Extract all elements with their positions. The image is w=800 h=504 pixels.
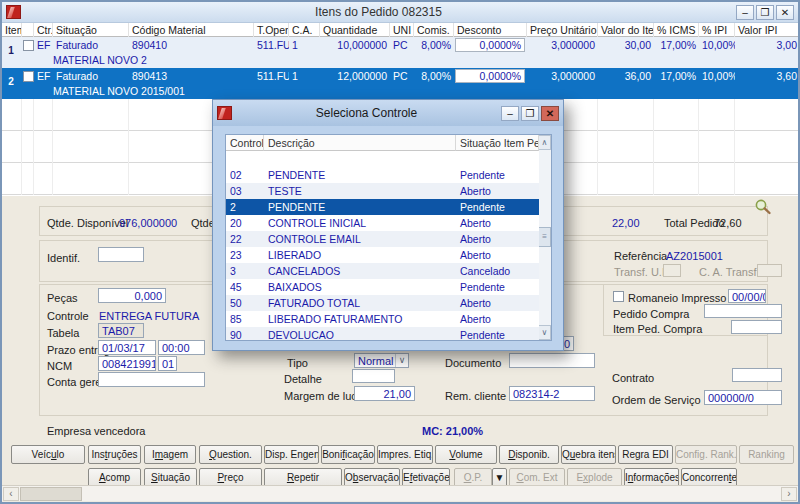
table-header-cell[interactable]: Valor IPI: [735, 23, 798, 37]
dialog-row-23[interactable]: 23LIBERADOAberto: [226, 247, 539, 263]
ordem-servico-field[interactable]: 000000/0: [704, 390, 782, 405]
magnifier-icon[interactable]: [754, 199, 772, 215]
table-row-2[interactable]: 2EFFaturado890413511.FU112,000000PC8,00%…: [2, 68, 798, 99]
scroll-left-icon[interactable]: ‹: [3, 487, 19, 501]
detalhe-field[interactable]: [352, 369, 395, 383]
dialog-row-22[interactable]: 22CONTROLE EMAILAberto: [226, 231, 539, 247]
tabela-field[interactable]: TAB07: [98, 323, 144, 338]
dialog-close-icon[interactable]: ✕: [541, 106, 559, 121]
quebra-itens-button[interactable]: Quebra itens: [561, 445, 616, 464]
dialog-header-cell[interactable]: Controle: [226, 135, 264, 151]
referencia-value: AZ2015001: [666, 250, 723, 262]
dialog-row-empty[interactable]: [226, 151, 539, 167]
table-header-cell[interactable]: Ctr.: [34, 23, 53, 37]
dialog-cell: 85: [226, 313, 264, 326]
chevron-down-icon[interactable]: ∨: [395, 354, 408, 367]
scroll-right-icon[interactable]: ›: [781, 487, 797, 501]
dialog-row-90[interactable]: 90DEVOLUCAOPendente: [226, 327, 539, 341]
disp-engenh-button[interactable]: Disp. Engenh.: [264, 445, 319, 464]
imagem-button[interactable]: Imagem: [144, 445, 196, 464]
table-header-cell[interactable]: % IPI: [699, 23, 735, 37]
empty-cell: [22, 163, 34, 195]
documento-field[interactable]: [509, 353, 595, 368]
row-checkbox[interactable]: [23, 40, 34, 51]
detalhe-label: Detalhe: [284, 373, 322, 385]
dialog-vertical-scrollbar[interactable]: ∧ ≡ ∨: [537, 135, 551, 340]
empty-cell: [699, 131, 735, 163]
veiculo-button[interactable]: Veículo: [11, 445, 85, 464]
dialog-minimize-icon[interactable]: –: [501, 106, 519, 121]
scroll-down-icon[interactable]: ∨: [538, 325, 551, 340]
regra-edi-button[interactable]: Regra EDI: [618, 445, 673, 464]
item-ped-compra-field[interactable]: [731, 320, 782, 334]
tipo-select[interactable]: Normal ∨: [354, 353, 409, 368]
table-header-cell[interactable]: % ICMS: [654, 23, 699, 37]
volume-button[interactable]: Volume: [435, 445, 497, 464]
dialog-row-50[interactable]: 50FATURADO TOTALAberto: [226, 295, 539, 311]
dialog-cell: CONTROLE EMAIL: [264, 233, 456, 246]
table-header-cell[interactable]: Código Material: [129, 23, 254, 37]
item-number: 2: [2, 76, 20, 87]
scroll-up-icon[interactable]: ∧: [538, 135, 551, 150]
cell: 890413: [129, 69, 254, 83]
pedido-compra-field[interactable]: [704, 304, 782, 318]
dialog-row-45[interactable]: 45BAIXADOSPendente: [226, 279, 539, 295]
table-header-cell[interactable]: Desconto: [454, 23, 527, 37]
margem-lucro-field[interactable]: 21,00: [354, 386, 415, 401]
dialog-row-03[interactable]: 03TESTEAberto: [226, 183, 539, 199]
tabela-label: Tabela: [47, 327, 79, 339]
minimize-icon[interactable]: –: [736, 5, 754, 20]
table-row-1[interactable]: 1EFFaturado890410511.FU110,000000PC8,00%…: [2, 37, 798, 68]
table-header-cell[interactable]: C.A.: [289, 23, 320, 37]
table-header-cell[interactable]: Quantidade: [320, 23, 390, 37]
table-header-cell[interactable]: Valor do Item: [598, 23, 654, 37]
dialog-cell: Aberto: [456, 233, 539, 246]
horizontal-scrollbar[interactable]: ‹ ›: [2, 485, 798, 501]
maximize-icon[interactable]: ❐: [756, 5, 774, 20]
close-icon[interactable]: ✕: [776, 5, 794, 20]
table-header-cell[interactable]: Comis.: [414, 23, 454, 37]
romaneio-checkbox[interactable]: [613, 291, 624, 302]
dialog-header-cell[interactable]: Descrição: [264, 135, 456, 151]
dialog-maximize-icon[interactable]: ❐: [521, 106, 539, 121]
dialog-row-85[interactable]: 85LIBERADO FATURAMENTOAberto: [226, 311, 539, 327]
ncm-suffix-field[interactable]: 01: [158, 356, 177, 371]
contrato-field[interactable]: [732, 368, 782, 382]
identif-field[interactable]: [98, 247, 144, 262]
dialog-scrollbar-thumb[interactable]: ≡: [538, 227, 551, 247]
material-description: MATERIAL NOVO 2: [53, 54, 147, 67]
controle-value: ENTREGA FUTURA: [99, 310, 199, 322]
dialog-row-02[interactable]: 02PENDENTEPendente: [226, 167, 539, 183]
dialog-cell: TESTE: [264, 185, 456, 198]
dialog-row-2[interactable]: 2PENDENTEPendente: [226, 199, 539, 215]
romaneio-date-field[interactable]: 00/00/00: [728, 289, 766, 303]
pecas-field[interactable]: 0,000: [98, 288, 166, 303]
dialog-row-20[interactable]: 20CONTROLE INICIALAberto: [226, 215, 539, 231]
row-checkbox[interactable]: [23, 71, 34, 82]
window-title: Itens do Pedido 082315: [21, 5, 736, 19]
instrucoes-button[interactable]: Instruções: [88, 445, 141, 464]
table-header-cell[interactable]: T.Oper.: [254, 23, 289, 37]
cell: 511.FU: [254, 38, 289, 52]
disponib-button[interactable]: Disponib.: [499, 445, 559, 464]
prazo-time-field[interactable]: 00:00: [158, 340, 205, 355]
dialog-header-cell[interactable]: Situação Item Pe...: [456, 135, 539, 151]
dialog-cell: Pendente: [456, 281, 539, 294]
bonificacao-button[interactable]: Bonificação: [321, 445, 375, 464]
table-header-cell[interactable]: Item: [2, 23, 22, 37]
impres-etiq-button[interactable]: Impres. Etiq.: [377, 445, 433, 464]
table-header-cell[interactable]: Preço Unitário: [527, 23, 598, 37]
ncm-field[interactable]: 0084219910: [98, 356, 156, 371]
total-pedido-value: 72,60: [714, 217, 742, 229]
conta-gerencial-field[interactable]: [98, 372, 205, 387]
scrollbar-thumb[interactable]: [20, 487, 82, 501]
rem-cliente-field[interactable]: 082314-2: [509, 386, 595, 401]
table-header-cell[interactable]: UNI: [390, 23, 414, 37]
question-button[interactable]: Question.: [199, 445, 262, 464]
empty-cell: [699, 163, 735, 195]
table-header-cell[interactable]: Situação: [53, 23, 129, 37]
cell: 0,0000%: [455, 69, 525, 83]
prazo-date-field[interactable]: 01/03/17: [98, 340, 156, 355]
table-header-cell[interactable]: [22, 23, 34, 37]
dialog-row-3[interactable]: 3CANCELADOSCancelado: [226, 263, 539, 279]
